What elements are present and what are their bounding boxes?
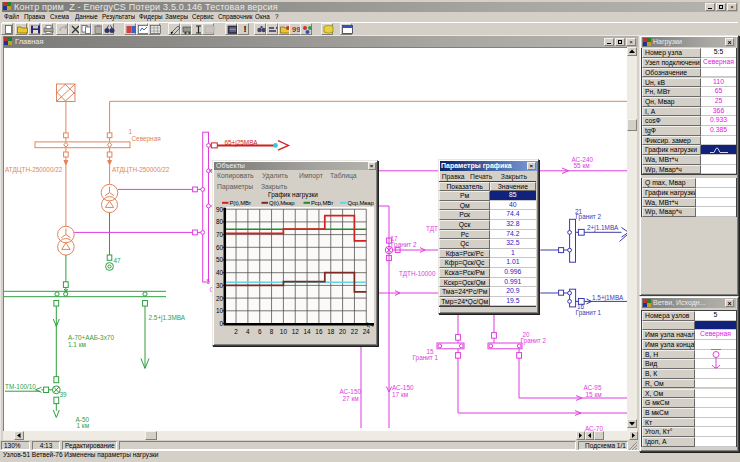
svg-text:1 км: 1 км [77,422,90,429]
svg-text:10: 10 [280,328,288,335]
svg-text:27 км: 27 км [343,395,359,402]
svg-text:АТДЦТН-250000/22: АТДЦТН-250000/22 [112,166,170,174]
svg-text:2: 2 [234,328,238,335]
svg-text:АС-150: АС-150 [340,388,362,395]
svg-text:Гранит 1: Гранит 1 [576,309,602,317]
svg-text:АТДЦТН-250000/22: АТДЦТН-250000/22 [5,166,63,174]
svg-text:Гранит 2: Гранит 2 [391,241,417,249]
svg-text:55 км: 55 км [574,162,590,169]
svg-text:1.5+j1МВА: 1.5+j1МВА [592,294,624,302]
svg-text:90: 90 [216,206,224,213]
svg-text:15 км: 15 км [586,391,602,398]
svg-text:50: 50 [216,256,224,263]
svg-text:14: 14 [304,328,312,335]
svg-text:47: 47 [114,257,122,264]
svg-text:65+j25МВА: 65+j25МВА [225,139,259,147]
svg-text:16: 16 [315,328,323,335]
svg-text:Гранит 2: Гранит 2 [576,213,602,221]
svg-text:ТДТН-10000: ТДТН-10000 [399,270,436,278]
svg-text:Рср,МВт: Рср,МВт [311,200,334,206]
svg-text:ТМ-100/10: ТМ-100/10 [5,383,36,390]
svg-text:18: 18 [327,328,335,335]
svg-text:8: 8 [270,328,274,335]
svg-text:Qср,Мвар: Qср,Мвар [348,200,375,206]
svg-text:80: 80 [216,218,224,225]
svg-text:А-70+ААБ-3х70: А-70+ААБ-3х70 [68,334,114,341]
svg-text:12: 12 [292,328,300,335]
svg-text:0: 0 [219,320,223,327]
svg-text:Гранит 2: Гранит 2 [521,337,547,345]
svg-text:70: 70 [216,231,224,238]
svg-text:6: 6 [258,328,262,335]
svg-text:20: 20 [339,328,347,335]
svg-text:30: 30 [216,282,224,289]
svg-text:4: 4 [246,328,250,335]
svg-text:40: 40 [216,269,224,276]
svg-text:Северная: Северная [132,135,162,143]
svg-text:1.1 км: 1.1 км [68,341,86,348]
svg-text:График нагрузки: График нагрузки [268,191,318,199]
svg-text:5: 5 [207,278,211,285]
svg-text:24: 24 [363,328,371,335]
svg-text:10: 10 [216,307,224,314]
svg-text:17 км: 17 км [392,391,408,398]
svg-text:2.5+j1.3МВА: 2.5+j1.3МВА [149,314,186,322]
svg-text:Гранит 1: Гранит 1 [413,354,439,362]
svg-text:39: 39 [60,391,68,398]
svg-text:60: 60 [216,244,224,251]
svg-text:Q(t),Мвар: Q(t),Мвар [269,200,295,206]
svg-text:t,ч: t,ч [367,321,374,328]
svg-text:2+j1.1МВА: 2+j1.1МВА [587,224,619,232]
svg-text:P(t),МВт: P(t),МВт [230,200,252,206]
svg-text:22: 22 [351,328,359,335]
svg-text:20: 20 [216,295,224,302]
